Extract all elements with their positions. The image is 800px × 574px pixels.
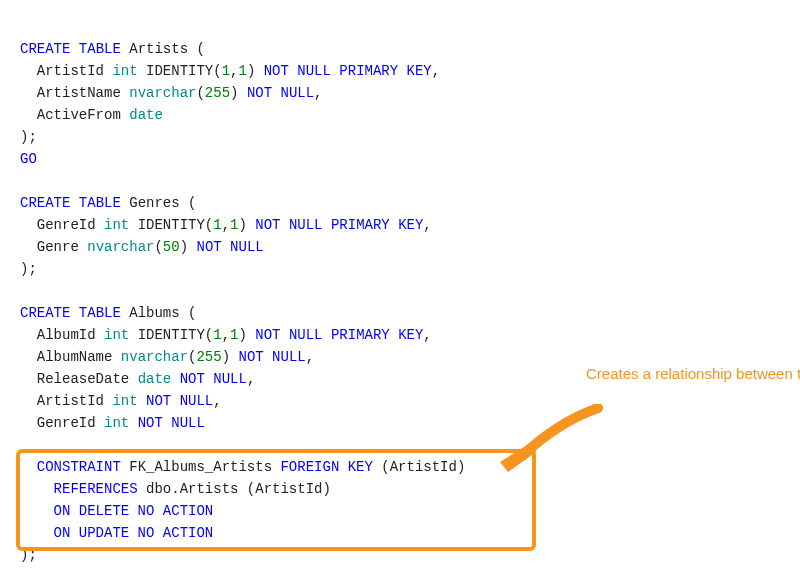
num-255: 255 [205,85,230,101]
type-date: date [129,107,163,123]
close-1: ); [20,129,37,145]
open-3: ( [180,305,197,321]
svg-marker-0 [500,442,536,472]
num-1e: 1 [213,327,221,343]
kw-not-null-8: NOT NULL [146,393,213,409]
kw-not-null-4: NOT NULL [196,239,263,255]
identity-comma-3: , [222,327,230,343]
kw-create: CREATE [20,41,70,57]
paren-close-2: ) [230,85,238,101]
col-genreid: GenreId [37,217,96,233]
comma-3: , [423,217,431,233]
kw-create-3: CREATE [20,305,70,321]
num-255b: 255 [196,349,221,365]
arrow-icon [498,404,608,476]
identity-close-3: ) [238,327,246,343]
ref-col: ArtistId [255,481,322,497]
col-genre: Genre [37,239,79,255]
identity-close-2: ) [238,217,246,233]
paren-open: ( [188,41,205,57]
num-1a: 1 [222,63,230,79]
sql-code-block: CREATE TABLE Artists ( ArtistId int IDEN… [20,16,780,574]
col-artistname: ArtistName [37,85,121,101]
type-nvarchar-2: nvarchar [87,239,154,255]
type-nvarchar-3: nvarchar [121,349,188,365]
kw-not-null-2: NOT NULL [247,85,314,101]
type-int-5: int [104,415,129,431]
kw-go: GO [20,151,37,167]
identity-open-2: IDENTITY( [129,217,213,233]
kw-table-2: TABLE [79,195,121,211]
fk-col: ArtistId [390,459,457,475]
col-albumname: AlbumName [37,349,113,365]
fk-name: FK_Albums_Artists [129,459,272,475]
kw-primary-key: PRIMARY KEY [339,63,431,79]
kw-not-null-7: NOT NULL [180,371,247,387]
identity-close: ) [247,63,255,79]
kw-foreign-key: FOREIGN KEY [280,459,372,475]
col-albumid: AlbumId [37,327,96,343]
kw-table: TABLE [79,41,121,57]
comma-7: , [213,393,221,409]
comma-5: , [306,349,314,365]
num-50: 50 [163,239,180,255]
kw-constraint: CONSTRAINT [37,459,121,475]
comma-4: , [423,327,431,343]
kw-table-3: TABLE [79,305,121,321]
identity-comma-2: , [222,217,230,233]
kw-on-update: ON UPDATE NO ACTION [54,525,214,541]
identity-open-3: IDENTITY( [129,327,213,343]
kw-not-null-5: NOT NULL [255,327,322,343]
paren-open-2: ( [196,85,204,101]
kw-references: REFERENCES [54,481,138,497]
type-int-4: int [112,393,137,409]
annotation-text: Creates a relationship between the Album… [586,364,786,384]
close-3: ); [20,547,37,563]
kw-on-delete: ON DELETE NO ACTION [54,503,214,519]
kw-not-null-9: NOT NULL [138,415,205,431]
comma-2: , [314,85,322,101]
open-2: ( [180,195,197,211]
kw-primary-key-2: PRIMARY KEY [331,217,423,233]
kw-primary-key-3: PRIMARY KEY [331,327,423,343]
paren-open-6: ( [247,481,255,497]
kw-not-null-6: NOT NULL [239,349,306,365]
paren-close-6: ) [322,481,330,497]
paren-close-4: ) [222,349,230,365]
type-int: int [112,63,137,79]
type-int-2: int [104,217,129,233]
close-2: ); [20,261,37,277]
ident-artists: Artists [129,41,188,57]
comma-1: , [432,63,440,79]
ref-table: dbo.Artists [146,481,238,497]
paren-open-5: ( [381,459,389,475]
col-genreid-fk: GenreId [37,415,96,431]
col-releasedate: ReleaseDate [37,371,129,387]
comma-6: , [247,371,255,387]
paren-close-3: ) [180,239,188,255]
ident-albums: Albums [129,305,179,321]
num-1b: 1 [238,63,246,79]
paren-open-3: ( [154,239,162,255]
paren-close-5: ) [457,459,465,475]
kw-identity: IDENTITY( [138,63,222,79]
col-artistid-fk: ArtistId [37,393,104,409]
type-date-2: date [138,371,172,387]
col-artistid: ArtistId [37,63,104,79]
kw-not-null: NOT NULL [264,63,331,79]
col-activefrom: ActiveFrom [37,107,121,123]
type-nvarchar: nvarchar [129,85,196,101]
ident-genres: Genres [129,195,179,211]
kw-not-null-3: NOT NULL [255,217,322,233]
type-int-3: int [104,327,129,343]
num-1c: 1 [213,217,221,233]
kw-create-2: CREATE [20,195,70,211]
